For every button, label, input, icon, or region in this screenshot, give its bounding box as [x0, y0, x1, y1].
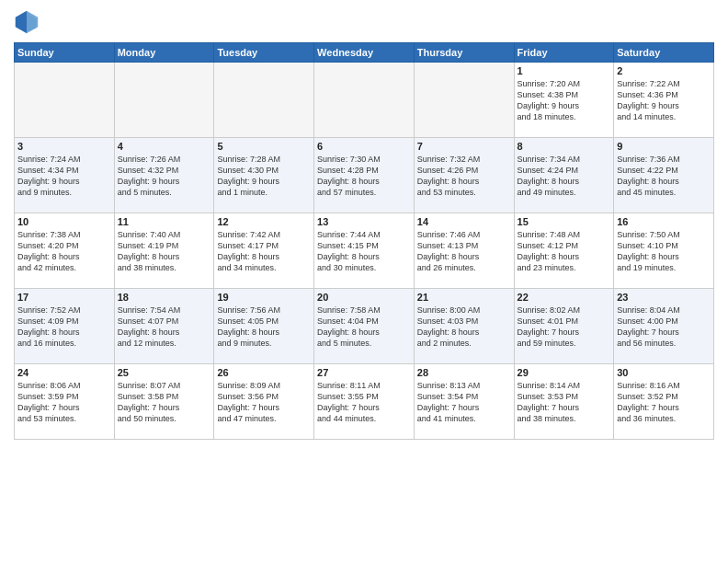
day-cell [314, 63, 415, 138]
day-number: 9 [617, 141, 711, 152]
day-info: Sunrise: 7:46 AM Sunset: 4:13 PM Dayligh… [417, 229, 511, 274]
day-cell: 14Sunrise: 7:46 AM Sunset: 4:13 PM Dayli… [414, 213, 514, 289]
day-number: 5 [217, 141, 311, 152]
day-number: 18 [118, 292, 211, 303]
day-info: Sunrise: 8:11 AM Sunset: 3:55 PM Dayligh… [317, 380, 411, 425]
weekday-header-saturday: Saturday [614, 43, 714, 63]
week-row-4: 17Sunrise: 7:52 AM Sunset: 4:09 PM Dayli… [15, 289, 714, 364]
day-number: 24 [17, 367, 111, 378]
day-info: Sunrise: 8:02 AM Sunset: 4:01 PM Dayligh… [518, 304, 611, 350]
day-cell: 22Sunrise: 8:02 AM Sunset: 4:01 PM Dayli… [514, 289, 614, 364]
day-cell [114, 63, 214, 138]
day-cell: 8Sunrise: 7:34 AM Sunset: 4:24 PM Daylig… [514, 138, 614, 213]
day-number: 7 [417, 141, 511, 152]
day-cell: 30Sunrise: 8:16 AM Sunset: 3:52 PM Dayli… [614, 364, 714, 440]
day-info: Sunrise: 7:36 AM Sunset: 4:22 PM Dayligh… [617, 154, 711, 199]
day-info: Sunrise: 7:58 AM Sunset: 4:04 PM Dayligh… [317, 304, 411, 350]
svg-marker-1 [27, 11, 38, 34]
day-number: 8 [518, 141, 611, 152]
day-info: Sunrise: 8:07 AM Sunset: 3:58 PM Dayligh… [118, 380, 211, 425]
day-info: Sunrise: 7:24 AM Sunset: 4:34 PM Dayligh… [17, 154, 111, 199]
day-cell: 9Sunrise: 7:36 AM Sunset: 4:22 PM Daylig… [614, 138, 714, 213]
day-number: 22 [518, 292, 611, 303]
day-cell: 19Sunrise: 7:56 AM Sunset: 4:05 PM Dayli… [214, 289, 314, 364]
day-info: Sunrise: 8:00 AM Sunset: 4:03 PM Dayligh… [417, 304, 511, 350]
day-info: Sunrise: 7:40 AM Sunset: 4:19 PM Dayligh… [118, 229, 211, 274]
day-cell [214, 63, 314, 138]
day-cell: 20Sunrise: 7:58 AM Sunset: 4:04 PM Dayli… [314, 289, 415, 364]
day-info: Sunrise: 7:30 AM Sunset: 4:28 PM Dayligh… [317, 154, 411, 199]
day-info: Sunrise: 7:48 AM Sunset: 4:12 PM Dayligh… [518, 229, 611, 274]
day-number: 13 [317, 216, 411, 227]
day-cell: 6Sunrise: 7:30 AM Sunset: 4:28 PM Daylig… [314, 138, 415, 213]
day-number: 2 [617, 65, 711, 76]
weekday-header-wednesday: Wednesday [314, 43, 415, 63]
weekday-header-friday: Friday [514, 43, 614, 63]
day-cell: 24Sunrise: 8:06 AM Sunset: 3:59 PM Dayli… [15, 364, 115, 440]
day-number: 16 [617, 216, 711, 227]
day-info: Sunrise: 7:44 AM Sunset: 4:15 PM Dayligh… [317, 229, 411, 274]
weekday-header-thursday: Thursday [414, 43, 514, 63]
week-row-5: 24Sunrise: 8:06 AM Sunset: 3:59 PM Dayli… [15, 364, 714, 440]
weekday-header-tuesday: Tuesday [214, 43, 314, 63]
day-cell: 26Sunrise: 8:09 AM Sunset: 3:56 PM Dayli… [214, 364, 314, 440]
day-info: Sunrise: 7:42 AM Sunset: 4:17 PM Dayligh… [217, 229, 311, 274]
day-cell: 27Sunrise: 8:11 AM Sunset: 3:55 PM Dayli… [314, 364, 415, 440]
day-number: 17 [17, 292, 111, 303]
day-cell: 12Sunrise: 7:42 AM Sunset: 4:17 PM Dayli… [214, 213, 314, 289]
week-row-3: 10Sunrise: 7:38 AM Sunset: 4:20 PM Dayli… [15, 213, 714, 289]
day-info: Sunrise: 7:34 AM Sunset: 4:24 PM Dayligh… [518, 154, 611, 199]
day-cell: 15Sunrise: 7:48 AM Sunset: 4:12 PM Dayli… [514, 213, 614, 289]
day-number: 10 [17, 216, 111, 227]
day-cell: 2Sunrise: 7:22 AM Sunset: 4:36 PM Daylig… [614, 63, 714, 138]
day-cell: 17Sunrise: 7:52 AM Sunset: 4:09 PM Dayli… [15, 289, 115, 364]
day-cell: 13Sunrise: 7:44 AM Sunset: 4:15 PM Dayli… [314, 213, 415, 289]
day-info: Sunrise: 8:09 AM Sunset: 3:56 PM Dayligh… [217, 380, 311, 425]
day-info: Sunrise: 7:26 AM Sunset: 4:32 PM Dayligh… [118, 154, 211, 199]
day-number: 3 [17, 141, 111, 152]
calendar-container: SundayMondayTuesdayWednesdayThursdayFrid… [0, 0, 728, 444]
day-cell [414, 63, 514, 138]
day-cell: 16Sunrise: 7:50 AM Sunset: 4:10 PM Dayli… [614, 213, 714, 289]
logo [14, 9, 43, 35]
day-number: 12 [217, 216, 311, 227]
day-info: Sunrise: 8:06 AM Sunset: 3:59 PM Dayligh… [17, 380, 111, 425]
weekday-header-monday: Monday [114, 43, 214, 63]
day-cell: 5Sunrise: 7:28 AM Sunset: 4:30 PM Daylig… [214, 138, 314, 213]
day-number: 20 [317, 292, 411, 303]
day-cell [15, 63, 115, 138]
day-number: 19 [217, 292, 311, 303]
day-info: Sunrise: 8:14 AM Sunset: 3:53 PM Dayligh… [518, 380, 611, 425]
day-cell: 1Sunrise: 7:20 AM Sunset: 4:38 PM Daylig… [514, 63, 614, 138]
weekday-header-row: SundayMondayTuesdayWednesdayThursdayFrid… [15, 43, 714, 63]
day-number: 11 [118, 216, 211, 227]
day-info: Sunrise: 7:32 AM Sunset: 4:26 PM Dayligh… [417, 154, 511, 199]
day-number: 15 [518, 216, 611, 227]
day-number: 1 [518, 65, 611, 76]
day-info: Sunrise: 8:04 AM Sunset: 4:00 PM Dayligh… [617, 304, 711, 350]
day-number: 14 [417, 216, 511, 227]
day-info: Sunrise: 7:56 AM Sunset: 4:05 PM Dayligh… [217, 304, 311, 350]
day-number: 4 [118, 141, 211, 152]
day-cell: 11Sunrise: 7:40 AM Sunset: 4:19 PM Dayli… [114, 213, 214, 289]
day-cell: 21Sunrise: 8:00 AM Sunset: 4:03 PM Dayli… [414, 289, 514, 364]
day-cell: 23Sunrise: 8:04 AM Sunset: 4:00 PM Dayli… [614, 289, 714, 364]
day-number: 26 [217, 367, 311, 378]
logo-icon [14, 9, 40, 35]
day-cell: 7Sunrise: 7:32 AM Sunset: 4:26 PM Daylig… [414, 138, 514, 213]
week-row-2: 3Sunrise: 7:24 AM Sunset: 4:34 PM Daylig… [15, 138, 714, 213]
svg-marker-2 [16, 11, 27, 34]
day-cell: 28Sunrise: 8:13 AM Sunset: 3:54 PM Dayli… [414, 364, 514, 440]
day-number: 21 [417, 292, 511, 303]
header [14, 9, 714, 35]
weekday-header-sunday: Sunday [15, 43, 115, 63]
day-info: Sunrise: 7:54 AM Sunset: 4:07 PM Dayligh… [118, 304, 211, 350]
day-number: 30 [617, 367, 711, 378]
week-row-1: 1Sunrise: 7:20 AM Sunset: 4:38 PM Daylig… [15, 63, 714, 138]
day-info: Sunrise: 7:52 AM Sunset: 4:09 PM Dayligh… [17, 304, 111, 350]
day-info: Sunrise: 7:50 AM Sunset: 4:10 PM Dayligh… [617, 229, 711, 274]
day-cell: 18Sunrise: 7:54 AM Sunset: 4:07 PM Dayli… [114, 289, 214, 364]
day-cell: 3Sunrise: 7:24 AM Sunset: 4:34 PM Daylig… [15, 138, 115, 213]
day-info: Sunrise: 7:38 AM Sunset: 4:20 PM Dayligh… [17, 229, 111, 274]
calendar-table: SundayMondayTuesdayWednesdayThursdayFrid… [14, 42, 714, 440]
